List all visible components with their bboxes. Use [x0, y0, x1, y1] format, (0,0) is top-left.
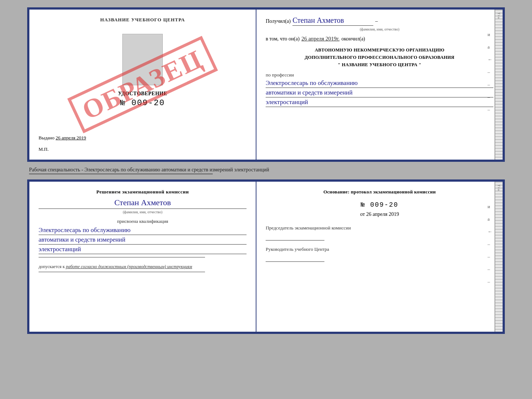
poluchil-row: Получил(а) Степан Ахметов – [266, 16, 493, 26]
org-line2: ДОПОЛНИТЕЛЬНОГО ПРОФЕССИОНАЛЬНОГО ОБРАЗО… [266, 54, 493, 61]
rukovoditel-signature-line [266, 254, 324, 262]
profession-line2-top: автоматики и средств измерений [266, 89, 493, 97]
cert-bottom-right: Основание: протокол экзаменационной коми… [256, 182, 503, 332]
vtom-row: в том, что он(а) 26 апреля 2019г. окончи… [266, 36, 493, 42]
ot-label: от [360, 211, 365, 217]
spine-bottom: Tto [495, 182, 503, 332]
vtom-prefix: в том, что он(а) [266, 36, 299, 42]
udost-title: УДОСТОВЕРЕНИЕ [118, 91, 167, 97]
cert-top-right: Получил(а) Степан Ахметов – (фамилия, им… [256, 10, 503, 160]
predsedatel-signature-line [266, 233, 324, 241]
poluchil-label: Получил(а) [266, 18, 291, 24]
org-block: АВТОНОМНУЮ НЕКОММЕРЧЕСКУЮ ОРГАНИЗАЦИЮ ДО… [266, 46, 493, 68]
dopusk-cursive: работе согласно должностным (производств… [66, 264, 192, 269]
spine-text-bottom: Tto [497, 185, 501, 192]
description-row: Рабочая специальность - Электрослесарь п… [29, 165, 505, 176]
qual-line3: электростанций [39, 246, 247, 254]
rukovoditel-label: Руководитель учебного Центра [266, 246, 493, 253]
dopuskaetsya-row: допускается к работе согласно должностны… [39, 264, 247, 270]
vydano-row: Выдано 26 апреля 2019 [39, 135, 86, 141]
vydano-label: Выдано [39, 135, 54, 140]
rukovoditel-block: Руководитель учебного Центра [266, 246, 493, 262]
org-line3: " НАЗВАНИЕ УЧЕБНОГО ЦЕНТРА " [266, 61, 493, 68]
bottom-certificate: Решением экзаменационной комиссии Степан… [27, 179, 505, 334]
photo-placeholder [122, 34, 163, 85]
spine-text-top: Tto [497, 13, 501, 19]
okonchaniye-date: 26 апреля 2019г. [301, 36, 339, 42]
fio-caption-bottom: (фамилия, имя, отчество) [39, 210, 247, 214]
recipient-name-top: Степан Ахметов [292, 16, 373, 26]
dopusk-prefix: допускается к [39, 264, 65, 269]
cert-top-left: НАЗВАНИЕ УЧЕБНОГО ЦЕНТРА УДОСТОВЕРЕНИЕ №… [29, 10, 256, 160]
resheniem-title: Решением экзаменационной комиссии [39, 189, 247, 195]
predsedatel-label: Председатель экзаменационной комиссии [266, 225, 493, 231]
description-text: Рабочая специальность - Электрослесарь п… [29, 167, 269, 172]
poprofessii-label: по профессии [266, 72, 493, 78]
udost-number: № 009-20 [120, 99, 165, 108]
fio-caption-top: (фамилия, имя, отчество) [266, 27, 493, 31]
side-dashes-top: и а ← – – – – [488, 32, 492, 113]
prisvoena-label: присвоена квалификация [39, 218, 247, 224]
document-container: НАЗВАНИЕ УЧЕБНОГО ЦЕНТРА УДОСТОВЕРЕНИЕ №… [27, 7, 505, 334]
cert-top-title: НАЗВАНИЕ УЧЕБНОГО ЦЕНТРА [100, 17, 185, 23]
mp-label: М.П. [39, 146, 48, 152]
recipient-name-bottom: Степан Ахметов [39, 198, 247, 209]
org-line1: АВТОНОМНУЮ НЕКОММЕРЧЕСКУЮ ОРГАНИЗАЦИЮ [266, 46, 493, 54]
osnovaniye-text: Основание: протокол экзаменационной коми… [266, 188, 493, 196]
predsedatel-block: Председатель экзаменационной комиссии [266, 225, 493, 241]
ot-date: 26 апреля 2019 [366, 211, 399, 217]
qual-line2: автоматики и средств измерений [39, 236, 247, 245]
profession-line3-top: электростанций [266, 99, 493, 107]
spine-top: Tto [495, 10, 503, 160]
top-certificate: НАЗВАНИЕ УЧЕБНОГО ЦЕНТРА УДОСТОВЕРЕНИЕ №… [27, 7, 505, 162]
protocol-number: № 009-20 [266, 201, 493, 209]
vydano-date: 26 апреля 2019 [56, 135, 86, 140]
side-dashes-bottom: и а ← – – – – [488, 204, 492, 285]
cert-bottom-left: Решением экзаменационной комиссии Степан… [29, 182, 256, 332]
okончил-suffix: окончил(а) [341, 36, 365, 42]
profession-line1-top: Электрослесарь по обслуживанию [266, 79, 493, 88]
qual-line1: Электрослесарь по обслуживанию [39, 227, 247, 235]
ot-date-row: от 26 апреля 2019 [266, 211, 493, 217]
